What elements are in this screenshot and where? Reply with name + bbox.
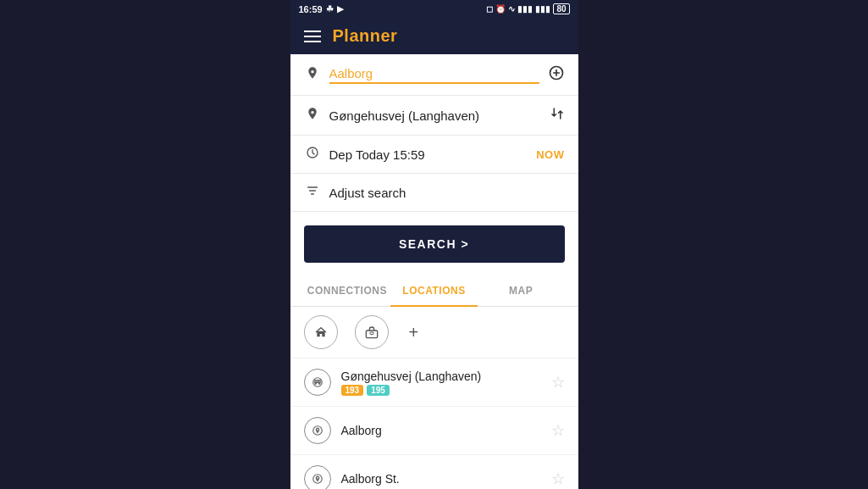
main-content: Aalborg Gøngehusvej (Langhaven) bbox=[290, 54, 578, 489]
work-location-button[interactable] bbox=[355, 315, 389, 349]
departure-field-value: Dep Today 15:59 bbox=[329, 147, 528, 162]
list-item[interactable]: Gøngehusvej (Langhaven) 193 195 ☆ bbox=[290, 358, 578, 407]
adjust-search-label: Adjust search bbox=[329, 186, 565, 200]
tab-map[interactable]: MAP bbox=[478, 276, 565, 307]
sim-icon: ◻ bbox=[486, 4, 493, 14]
status-bar: 16:59 ☘ ▶ ◻ ⏰ ∿ ▮▮▮ ▮▮▮ 80 bbox=[290, 0, 578, 18]
hamburger-menu[interactable] bbox=[304, 31, 321, 42]
tab-locations[interactable]: LOCATIONS bbox=[390, 276, 478, 307]
badge-193: 193 bbox=[341, 385, 364, 396]
to-field-value: Gøngehusvej (Langhaven) bbox=[329, 108, 541, 123]
add-location-button[interactable] bbox=[548, 64, 565, 85]
add-location-plus-button[interactable]: + bbox=[409, 323, 419, 342]
phone-frame: 16:59 ☘ ▶ ◻ ⏰ ∿ ▮▮▮ ▮▮▮ 80 Planner bbox=[290, 0, 578, 489]
clock-icon bbox=[304, 146, 321, 163]
adjust-search-row[interactable]: Adjust search bbox=[290, 174, 578, 211]
battery-level: 80 bbox=[556, 4, 566, 14]
tab-connections[interactable]: CONNECTIONS bbox=[304, 276, 391, 307]
list-item[interactable]: Aalborg St. ☆ bbox=[290, 455, 578, 489]
location-info: Aalborg St. bbox=[341, 472, 541, 486]
favorite-star-icon[interactable]: ☆ bbox=[551, 373, 565, 392]
from-field[interactable]: Aalborg bbox=[290, 54, 578, 96]
tabs-bar: CONNECTIONS LOCATIONS MAP bbox=[290, 276, 578, 307]
from-location-icon bbox=[304, 66, 321, 83]
location-list: Gøngehusvej (Langhaven) 193 195 ☆ bbox=[290, 358, 578, 489]
home-location-button[interactable] bbox=[304, 315, 338, 349]
battery-icon: 80 bbox=[553, 3, 569, 14]
svg-point-14 bbox=[317, 477, 318, 479]
svg-rect-6 bbox=[370, 332, 373, 335]
bus-stop-icon bbox=[304, 369, 331, 396]
app-title: Planner bbox=[333, 26, 398, 46]
from-field-value: Aalborg bbox=[329, 66, 539, 84]
alarm-icon: ⏰ bbox=[495, 4, 506, 14]
badge-195: 195 bbox=[367, 385, 390, 396]
location-name: Gøngehusvej (Langhaven) bbox=[341, 370, 541, 383]
favorite-star-icon[interactable]: ☆ bbox=[551, 421, 565, 440]
image-icon: ▶ bbox=[337, 4, 344, 14]
filter-icon bbox=[304, 184, 321, 201]
favorite-star-icon[interactable]: ☆ bbox=[551, 470, 565, 488]
svg-point-3 bbox=[311, 111, 313, 114]
search-button[interactable]: SEARCH > bbox=[304, 225, 565, 263]
list-item[interactable]: Aalborg ☆ bbox=[290, 407, 578, 455]
signal1-icon: ▮▮▮ bbox=[517, 4, 533, 14]
svg-point-12 bbox=[317, 429, 318, 431]
departure-field[interactable]: Dep Today 15:59 NOW bbox=[290, 136, 578, 174]
to-field[interactable]: Gøngehusvej (Langhaven) bbox=[290, 96, 578, 136]
location-badges: 193 195 bbox=[341, 385, 541, 396]
location-name: Aalborg bbox=[341, 424, 541, 437]
wifi-icon: ∿ bbox=[508, 4, 515, 14]
status-time: 16:59 bbox=[299, 4, 323, 14]
search-form: Aalborg Gøngehusvej (Langhaven) bbox=[290, 54, 578, 212]
swap-direction-button[interactable] bbox=[550, 106, 565, 125]
location-marker-icon bbox=[304, 417, 331, 444]
to-location-icon bbox=[304, 107, 321, 124]
location-name: Aalborg St. bbox=[341, 472, 541, 486]
app-header: Planner bbox=[290, 18, 578, 54]
location-marker-icon bbox=[304, 465, 331, 489]
svg-point-1 bbox=[311, 70, 313, 73]
location-info: Gøngehusvej (Langhaven) 193 195 bbox=[341, 370, 541, 396]
quick-locations-bar: + bbox=[290, 307, 578, 358]
now-button[interactable]: NOW bbox=[536, 148, 564, 161]
signal2-icon: ▮▮▮ bbox=[535, 4, 550, 14]
location-info: Aalborg bbox=[341, 424, 541, 437]
photo-icon: ☘ bbox=[326, 4, 334, 14]
